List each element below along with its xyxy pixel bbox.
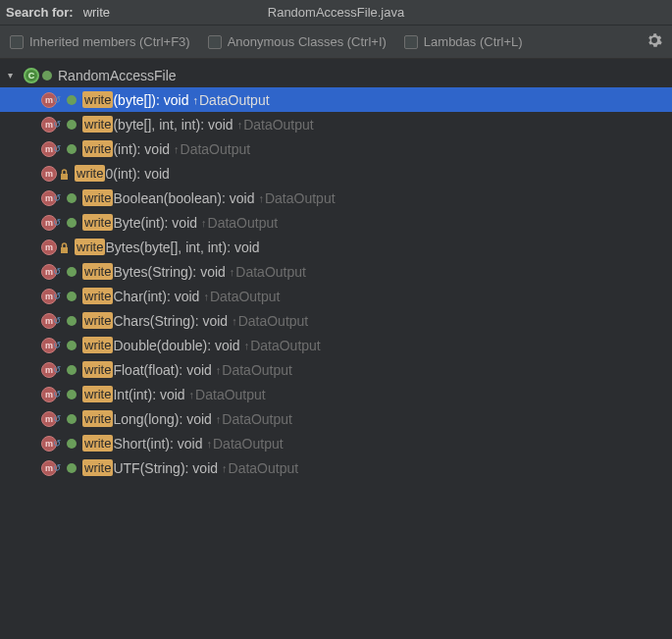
method-signature: Double(double): void [113,338,239,353]
arrow-up-icon: ↑ [174,143,180,155]
visibility-private-icon [60,241,69,252]
method-row[interactable]: ↺writeChars(String): void↑DataOutput [0,308,672,333]
method-row[interactable]: ↺write(byte[], int, int): void↑DataOutpu… [0,112,672,136]
visibility-public-icon [67,267,77,277]
method-row[interactable]: ↺write(int): void↑DataOutput [0,136,672,161]
method-signature: 0(int): void [105,166,169,182]
checkbox-icon [404,35,418,49]
method-name-highlight: write [82,214,113,231]
filter-label: Inherited members (Ctrl+F3) [29,34,190,49]
method-name-highlight: write [82,386,113,402]
method-signature: Bytes(byte[], int, int): void [105,240,259,255]
filter-label: Lambdas (Ctrl+L) [424,34,523,49]
method-name-highlight: write [75,239,105,255]
inherited-from: DataOutput [195,387,266,402]
override-icon: ↺ [52,267,62,277]
arrow-up-icon: ↑ [222,462,228,474]
override-icon: ↺ [52,144,62,154]
method-row[interactable]: ↺writeByte(int): void↑DataOutput [0,210,672,235]
override-icon: ↺ [52,292,62,301]
method-name-highlight: write [82,189,113,206]
override-icon: ↺ [52,316,62,326]
method-row[interactable]: ↺writeFloat(float): void↑DataOutput [0,357,672,382]
visibility-public-icon [67,292,77,301]
arrow-up-icon: ↑ [192,94,198,106]
method-name-highlight: write [82,435,113,452]
visibility-public-icon [67,341,77,350]
checkbox-icon [10,35,24,49]
method-row[interactable]: ↺writeDouble(double): void↑DataOutput [0,333,672,357]
visibility-public-icon [67,120,77,130]
method-signature: (byte[]): void [113,92,188,108]
method-row[interactable]: ↺writeChar(int): void↑DataOutput [0,284,672,308]
method-row[interactable]: write0(int): void [0,161,672,186]
method-row[interactable]: writeBytes(byte[], int, int): void [0,235,672,259]
arrow-up-icon: ↑ [230,266,235,278]
arrow-up-icon: ↑ [207,438,213,450]
visibility-public-icon [67,365,77,375]
arrow-up-icon: ↑ [216,413,222,425]
filter-inherited[interactable]: Inherited members (Ctrl+F3) [10,34,190,49]
chevron-down-icon[interactable]: ▾ [8,70,22,80]
method-row[interactable]: ↺write(byte[]): void↑DataOutput [0,87,672,112]
inherited-from: DataOutput [229,460,299,476]
search-input[interactable] [83,5,201,20]
override-icon: ↺ [52,463,62,473]
search-header: Search for: RandomAccessFile.java [0,0,672,26]
filter-anonymous[interactable]: Anonymous Classes (Ctrl+I) [208,34,387,49]
override-icon: ↺ [52,390,62,399]
filter-bar: Inherited members (Ctrl+F3) Anonymous Cl… [0,26,672,59]
method-row[interactable]: ↺writeLong(long): void↑DataOutput [0,406,672,431]
visibility-public-icon [67,144,77,154]
method-row[interactable]: ↺writeInt(int): void↑DataOutput [0,382,672,406]
override-icon: ↺ [52,120,62,130]
visibility-public-icon [67,316,77,326]
override-icon: ↺ [52,95,62,105]
method-signature: Char(int): void [113,289,199,304]
inherited-from: DataOutput [181,141,251,157]
method-signature: UTF(String): void [113,460,218,476]
inherited-from: DataOutput [208,215,279,231]
visibility-public-icon [67,95,77,105]
method-signature: Bytes(String): void [113,264,225,280]
search-label: Search for: [6,5,74,20]
method-signature: Float(float): void [113,362,211,378]
method-signature: Long(long): void [113,411,211,427]
method-signature: Boolean(boolean): void [113,190,254,206]
method-signature: (byte[], int, int): void [113,117,233,133]
method-name-highlight: write [82,410,113,427]
gear-icon[interactable] [646,32,662,52]
visibility-public-icon [67,218,77,228]
visibility-public-icon [67,390,77,399]
arrow-up-icon: ↑ [244,340,250,351]
method-row[interactable]: ↺writeBytes(String): void↑DataOutput [0,259,672,284]
method-icon [41,166,57,182]
arrow-up-icon: ↑ [201,217,207,229]
class-icon [24,68,39,83]
method-signature: (int): void [113,141,170,157]
method-name-highlight: write [82,459,113,476]
arrow-up-icon: ↑ [237,119,243,131]
arrow-up-icon: ↑ [258,192,264,204]
class-row[interactable]: ▾ RandomAccessFile [0,63,672,87]
inherited-from: DataOutput [265,190,336,206]
inherited-from: DataOutput [199,92,270,108]
visibility-public-icon [67,193,77,203]
filter-lambdas[interactable]: Lambdas (Ctrl+L) [404,34,523,49]
arrow-up-icon: ↑ [203,291,209,302]
method-row[interactable]: ↺writeShort(int): void↑DataOutput [0,431,672,455]
visibility-private-icon [60,168,69,179]
method-row[interactable]: ↺writeUTF(String): void↑DataOutput [0,455,672,480]
method-signature: Chars(String): void [113,313,228,329]
method-name-highlight: write [82,140,113,157]
method-row[interactable]: ↺writeBoolean(boolean): void↑DataOutput [0,186,672,210]
method-name-highlight: write [82,337,113,353]
override-icon: ↺ [52,341,62,350]
visibility-public-icon [67,463,77,473]
class-name: RandomAccessFile [58,68,177,83]
visibility-public-icon [67,439,77,449]
method-signature: Byte(int): void [113,215,197,231]
inherited-from: DataOutput [243,117,314,133]
override-icon: ↺ [52,218,62,228]
inherited-from: DataOutput [222,362,292,378]
